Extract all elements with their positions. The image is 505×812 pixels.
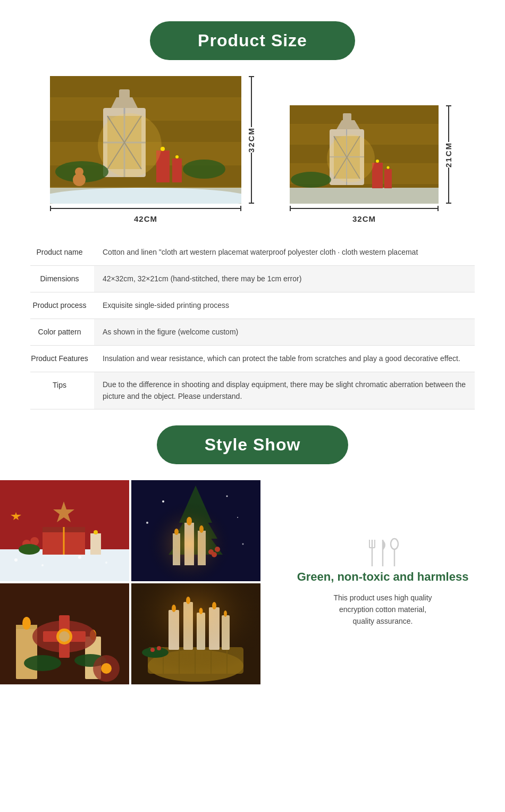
style-photo-2-svg [131, 480, 260, 581]
table-cell-label: Product Features [30, 346, 94, 372]
svg-point-97 [101, 663, 112, 674]
svg-point-74 [162, 500, 164, 503]
svg-point-93 [59, 631, 70, 642]
photos-grid [0, 480, 260, 684]
table-cell-label: Tips [30, 372, 94, 409]
style-show-section: Style Show [0, 425, 505, 684]
svg-rect-19 [172, 158, 182, 182]
svg-point-76 [237, 517, 238, 518]
style-photo-2 [131, 480, 260, 581]
size-item-large: 42CM 32CM [50, 76, 258, 223]
svg-point-75 [226, 495, 228, 497]
style-show-header: Style Show [0, 425, 505, 464]
product-size-badge: Product Size [150, 21, 355, 60]
height-label-large: 32CM [247, 127, 256, 153]
svg-point-77 [146, 522, 148, 524]
height-label-small: 21CM [444, 142, 453, 168]
style-photo-3 [0, 583, 129, 684]
table-cell-value: Due to the difference in shooting and di… [94, 372, 475, 409]
svg-rect-9 [50, 188, 241, 204]
svg-rect-42 [372, 163, 383, 188]
svg-rect-28 [290, 105, 439, 124]
svg-point-46 [291, 172, 331, 188]
side-text-panel: Green, non-toxic and harmless This produ… [260, 480, 505, 684]
table-row: Product Features Insulation and wear res… [30, 346, 475, 372]
style-photo-1 [0, 480, 129, 581]
width-label-large: 42CM [50, 214, 241, 223]
product-image-small [290, 105, 439, 204]
green-subtitle: This product uses high quality encryptio… [330, 592, 436, 627]
green-title: Green, non-toxic and harmless [297, 569, 469, 585]
svg-point-63 [105, 562, 107, 564]
svg-point-45 [387, 166, 390, 169]
svg-rect-41 [343, 113, 351, 121]
width-label-small: 32CM [290, 214, 439, 223]
svg-rect-119 [131, 583, 260, 684]
svg-rect-56 [90, 533, 101, 555]
table-cell-value: Insulation and wear resistance, which ca… [94, 346, 475, 372]
style-show-grid: Green, non-toxic and harmless This produ… [0, 480, 505, 684]
svg-rect-43 [384, 169, 392, 188]
page-wrapper: Product Size [0, 0, 505, 695]
style-photo-4 [131, 583, 260, 684]
table-cell-value: Cotton and linen "cloth art western plac… [94, 239, 475, 266]
svg-point-62 [78, 556, 81, 559]
svg-point-86 [22, 617, 31, 630]
cutlery-icon [361, 537, 404, 569]
product-info-table: Product name Cotton and linen "cloth art… [30, 239, 475, 409]
svg-rect-2 [50, 76, 241, 97]
svg-point-60 [14, 558, 18, 562]
svg-point-61 [41, 564, 44, 566]
style-photo-3-svg [0, 583, 129, 684]
style-photo-4-svg [131, 583, 260, 684]
table-row: Product process Exquisite single-sided p… [30, 292, 475, 319]
table-row: Tips Due to the difference in shooting a… [30, 372, 475, 409]
svg-point-78 [242, 543, 244, 545]
table-row: Product name Cotton and linen "cloth art… [30, 239, 475, 266]
svg-point-55 [19, 544, 40, 555]
svg-point-23 [183, 160, 225, 179]
svg-point-25 [75, 168, 83, 176]
svg-rect-17 [119, 89, 130, 99]
svg-point-126 [391, 539, 398, 549]
size-diagram: 42CM 32CM [0, 76, 505, 223]
table-row: Dimensions 42×32cm, 32×21cm (hand-stitch… [30, 266, 475, 292]
table-cell-value: As shown in the figure (welcome custom) [94, 319, 475, 346]
table-cell-label: Product name [30, 239, 94, 266]
table-cell-value: Exquisite single-sided printing process [94, 292, 475, 319]
svg-point-21 [175, 155, 179, 158]
table-cell-label: Dimensions [30, 266, 94, 292]
table-cell-value: 42×32cm, 32×21cm (hand-stitched, there m… [94, 266, 475, 292]
table-cell-label: Color pattern [30, 319, 94, 346]
svg-point-57 [94, 530, 98, 534]
svg-point-47 [327, 135, 375, 182]
size-item-small: 32CM 21CM [290, 105, 455, 223]
style-show-badge: Style Show [157, 425, 349, 464]
product-size-header: Product Size [0, 21, 505, 60]
svg-point-44 [376, 160, 379, 163]
svg-rect-33 [290, 188, 439, 204]
table-cell-label: Product process [30, 292, 94, 319]
table-row: Color pattern As shown in the figure (we… [30, 319, 475, 346]
style-photo-1-svg [0, 480, 129, 581]
svg-point-26 [98, 113, 162, 177]
product-image-large [50, 76, 241, 204]
svg-point-94 [24, 655, 61, 671]
